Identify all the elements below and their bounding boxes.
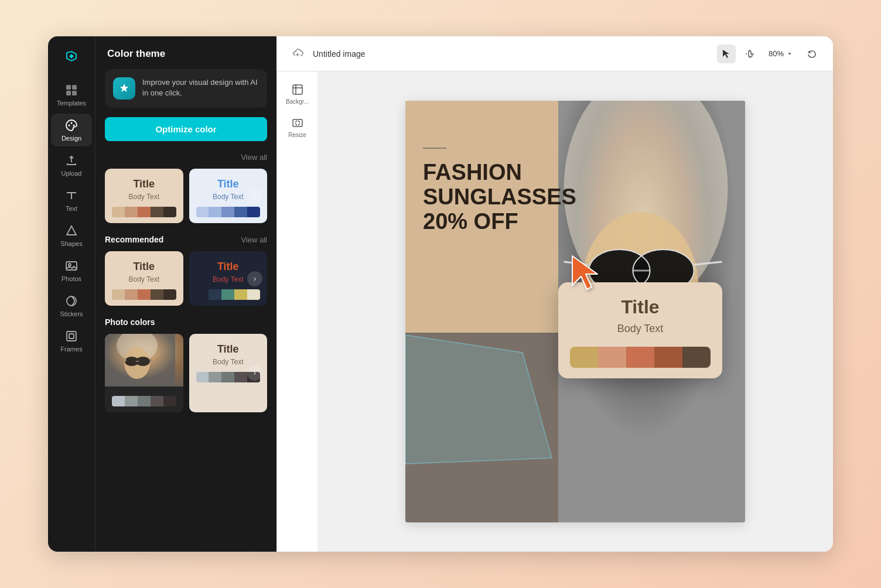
panel-title: Color theme (95, 36, 276, 69)
templates-icon (64, 83, 78, 97)
svg-rect-12 (69, 334, 74, 339)
sidebar-item-shapes-label: Shapes (60, 240, 82, 247)
canvas-title: Untitled image (313, 49, 366, 59)
svg-rect-8 (66, 262, 77, 270)
upload-icon (64, 153, 78, 167)
zoom-value: 80% (769, 49, 784, 58)
svg-point-5 (69, 125, 70, 127)
canvas-toolbar: Untitled image 80% (276, 36, 833, 71)
canvas-wrapper: FASHIONSUNGLASSES20% OFF Title Body Text (317, 71, 833, 552)
tooltip-card[interactable]: Title Body Text (558, 282, 722, 378)
photo-woman-thumbnail (105, 334, 183, 387)
tooltip-body: Body Text (570, 323, 711, 335)
theme-card-4-title: Title (196, 261, 261, 273)
resize-tool-label: Resize (288, 132, 306, 138)
next-arrow-top[interactable]: › (247, 189, 262, 204)
tooltip-title: Title (570, 296, 711, 318)
canvas-headline-text: FASHIONSUNGLASSES20% OFF (423, 160, 576, 234)
sidebar-item-shapes[interactable]: Shapes (51, 219, 92, 252)
pan-tool-button[interactable] (740, 45, 759, 63)
next-arrow-photo[interactable]: › (247, 365, 262, 381)
sidebar-item-frames[interactable]: Frames (51, 324, 92, 357)
svg-rect-11 (67, 331, 76, 341)
theme-card-2-title: Title (196, 178, 261, 190)
resize-tool[interactable]: Resize (279, 112, 316, 143)
canvas-area: Untitled image 80% (276, 36, 833, 552)
svg-rect-21 (293, 85, 302, 94)
theme-card-1-body: Body Text (112, 193, 176, 201)
sidebar-item-photos[interactable]: Photos (51, 254, 92, 287)
text-icon (64, 189, 78, 203)
sidebar-item-upload[interactable]: Upload (51, 149, 92, 182)
canvas-headline: FASHIONSUNGLASSES20% OFF (423, 160, 576, 234)
svg-rect-22 (293, 119, 302, 127)
photo-colors-title: Photo colors (105, 317, 155, 327)
optimize-color-button[interactable]: Optimize color (105, 117, 267, 141)
theme-card-1-swatches (112, 207, 176, 217)
background-tool[interactable]: Backgr... (279, 78, 316, 110)
sidebar-item-upload-label: Upload (62, 170, 82, 177)
svg-point-6 (71, 122, 73, 124)
right-tools-panel: Backgr... Resize (276, 71, 317, 552)
view-all-top[interactable]: View all (241, 153, 267, 162)
select-tool-button[interactable] (717, 45, 736, 63)
theme-card-3-swatches (112, 289, 176, 300)
sidebar-item-text[interactable]: Text (51, 184, 92, 217)
resize-icon (291, 117, 304, 129)
theme-card-1-title: Title (112, 178, 176, 190)
theme-card-3[interactable]: Title Body Text (105, 251, 183, 306)
svg-point-9 (69, 264, 71, 266)
background-icon (291, 83, 304, 96)
theme-card-2[interactable]: Title Body Text › (189, 169, 268, 223)
theme-card-5-body: Body Text (196, 358, 261, 366)
sidebar-item-design[interactable]: Design (51, 114, 92, 146)
recommended-grid: Title Body Text Title Body Text (95, 251, 276, 317)
sidebar-item-stickers-label: Stickers (60, 310, 83, 317)
view-all-recommended[interactable]: View all (241, 235, 267, 244)
theme-card-1[interactable]: Title Body Text (105, 169, 183, 223)
svg-rect-4 (72, 91, 77, 95)
sidebar-item-frames-label: Frames (60, 346, 82, 353)
canvas-decorative-line (423, 148, 446, 149)
recommended-title: Recommended (105, 235, 163, 244)
color-theme-panel: Color theme Improve your visual design w… (95, 36, 276, 552)
sidebar-item-templates[interactable]: Templates (51, 78, 92, 111)
ai-icon (113, 77, 135, 100)
svg-rect-1 (66, 85, 71, 90)
canvas-text-area: FASHIONSUNGLASSES20% OFF (423, 148, 576, 234)
canvas-rect-2 (405, 333, 558, 522)
theme-card-4[interactable]: Title Body Text › (189, 251, 268, 306)
design-icon (64, 118, 78, 132)
theme-card-5-title: Title (196, 343, 261, 355)
svg-marker-34 (572, 256, 597, 289)
undo-button[interactable] (803, 45, 821, 63)
zoom-control[interactable]: 80% (764, 47, 798, 60)
frames-icon (64, 329, 78, 343)
next-arrow-recommended[interactable]: › (247, 271, 262, 286)
ai-banner: Improve your visual design with AI in on… (105, 69, 267, 108)
cloud-save-icon[interactable] (288, 45, 307, 63)
toolbar-actions: 80% (717, 45, 821, 63)
stickers-icon (64, 294, 78, 308)
theme-card-4-swatches (196, 289, 261, 300)
sidebar-item-stickers[interactable]: Stickers (51, 289, 92, 322)
photo-colors-grid: Title Body Text › (95, 334, 276, 424)
photos-icon (64, 259, 78, 273)
svg-rect-19 (125, 359, 127, 361)
background-tool-label: Backgr... (286, 98, 309, 105)
sidebar-item-design-label: Design (62, 135, 81, 142)
sidebar: Templates Design Upload (48, 36, 95, 552)
top-section-header: View all (95, 153, 276, 169)
photo-card[interactable] (105, 334, 183, 412)
ai-banner-text: Improve your visual design with AI in on… (142, 77, 259, 98)
photo-colors-section-header: Photo colors (95, 317, 276, 334)
theme-card-3-title: Title (112, 261, 176, 273)
shapes-icon (64, 224, 78, 238)
svg-point-7 (73, 125, 75, 127)
svg-rect-20 (150, 359, 152, 361)
design-canvas[interactable]: FASHIONSUNGLASSES20% OFF Title Body Text (405, 101, 745, 522)
recommended-section-header: Recommended View all (95, 235, 276, 251)
app-logo[interactable] (61, 46, 82, 69)
canvas-content: Backgr... Resize (276, 71, 833, 552)
theme-card-5[interactable]: Title Body Text › (189, 334, 268, 412)
